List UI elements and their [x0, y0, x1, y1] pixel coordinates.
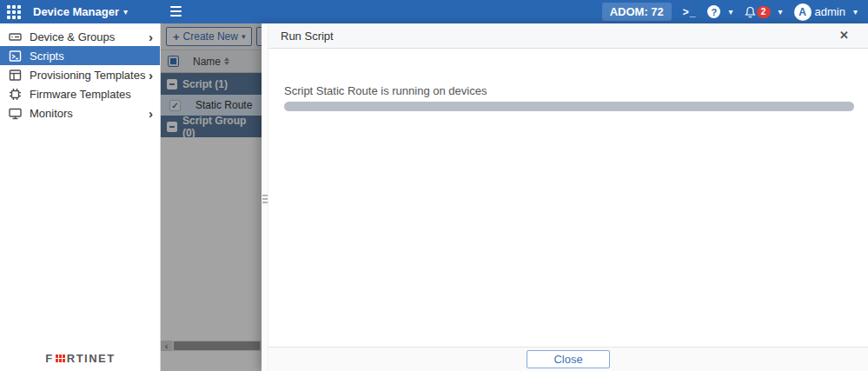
script-group-row[interactable]: Script (1) — [161, 73, 262, 95]
logo-suffix: RTINET — [67, 352, 116, 365]
chevron-right-icon: › — [149, 30, 153, 43]
collapse-icon[interactable] — [167, 122, 177, 132]
chip-icon — [9, 88, 22, 101]
row-checkbox-checked[interactable]: ✓ — [169, 100, 181, 111]
sidebar-item-label: Firmware Templates — [30, 88, 153, 101]
scroll-left-arrow-icon[interactable]: ‹ — [161, 341, 172, 351]
horizontal-scrollbar[interactable]: ‹ — [161, 341, 262, 351]
app-title-caret-icon[interactable]: ▾ — [123, 7, 128, 17]
progress-bar — [284, 102, 854, 111]
panel-resize-gutter[interactable] — [262, 23, 268, 371]
sidebar-item-label: Device & Groups — [30, 30, 149, 43]
table-row-static-route[interactable]: ✓ Static Route — [161, 95, 262, 116]
drag-grip-icon[interactable] — [262, 195, 268, 203]
cli-console-icon[interactable]: >_ — [683, 6, 697, 18]
bell-caret-icon: ▾ — [779, 7, 783, 17]
help-menu[interactable]: ? ▾ — [707, 5, 732, 18]
fortimanager-app: Device Manager ▾ ADOM: 72 >_ ? ▾ 2 ▾ A a… — [0, 0, 868, 371]
user-name: admin — [815, 5, 845, 18]
run-status-message: Script Static Route is running on device… — [284, 84, 487, 97]
app-grid-icon[interactable] — [7, 5, 22, 19]
chevron-right-icon: › — [149, 69, 153, 82]
sidebar-item-scripts[interactable]: Scripts — [0, 46, 160, 65]
user-menu[interactable]: A admin ▾ — [794, 3, 858, 21]
create-new-button[interactable]: + Create New ▾ — [166, 27, 252, 46]
table-header-row: Name — [161, 50, 262, 73]
help-caret-icon: ▾ — [728, 7, 732, 17]
name-column-label: Name — [193, 56, 221, 68]
topbar-right-cluster: ADOM: 72 >_ ? ▾ 2 ▾ A admin ▾ — [602, 3, 868, 21]
scripts-table-pane: + Create New ▾ Name Script (1) ✓ Static … — [161, 23, 262, 371]
notification-badge: 2 — [757, 6, 771, 18]
name-column-header[interactable]: Name — [193, 56, 229, 68]
fortinet-logo: F RTINET — [0, 352, 161, 365]
top-bar: Device Manager ▾ ADOM: 72 >_ ? ▾ 2 ▾ A a… — [0, 0, 868, 23]
notifications-menu[interactable]: 2 ▾ — [745, 6, 783, 18]
sidebar-item-label: Provisioning Templates — [30, 69, 149, 82]
sidebar-item-label: Monitors — [30, 107, 149, 120]
panel-title: Run Script — [268, 30, 334, 43]
sidebar-toggle-icon[interactable] — [170, 6, 182, 17]
scrollbar-thumb[interactable] — [174, 341, 260, 350]
user-caret-icon: ▾ — [853, 7, 858, 17]
monitor-icon — [9, 107, 22, 120]
plus-icon: + — [173, 30, 180, 43]
template-icon — [9, 69, 22, 82]
chevron-right-icon: › — [149, 107, 153, 120]
table-toolbar: + Create New ▾ — [161, 23, 262, 50]
close-button[interactable]: Close — [527, 350, 609, 368]
device-icon — [9, 30, 22, 43]
sidebar-item-provisioning-templates[interactable]: Provisioning Templates › — [0, 65, 160, 84]
collapse-icon[interactable] — [167, 79, 177, 89]
sidebar-item-firmware-templates[interactable]: Firmware Templates — [0, 84, 160, 103]
sidebar-item-label: Scripts — [30, 50, 153, 63]
adom-selector[interactable]: ADOM: 72 — [602, 3, 672, 21]
sidebar: Device & Groups › Scripts Provisioning T… — [0, 23, 161, 371]
sort-icon — [224, 57, 229, 65]
select-all-checkbox[interactable] — [168, 56, 179, 67]
app-title[interactable]: Device Manager — [33, 5, 119, 18]
panel-footer: Close — [268, 347, 868, 371]
scripts-icon — [9, 50, 22, 63]
bell-icon[interactable] — [745, 6, 756, 18]
logo-prefix: F — [45, 352, 53, 365]
close-icon[interactable]: ✕ — [839, 30, 849, 41]
fortinet-logo-mark-icon — [56, 354, 65, 362]
group-label: Script (1) — [182, 78, 228, 90]
help-icon[interactable]: ? — [707, 5, 720, 18]
sidebar-item-device-groups[interactable]: Device & Groups › — [0, 27, 160, 46]
avatar[interactable]: A — [794, 3, 812, 21]
table-empty-area — [161, 137, 262, 317]
create-new-label: Create New — [183, 30, 238, 43]
panel-header: Run Script — [268, 23, 868, 49]
script-name: Static Route — [195, 99, 252, 111]
group-label: Script Group (0) — [182, 115, 262, 139]
sidebar-item-monitors[interactable]: Monitors › — [0, 103, 160, 123]
run-script-panel: Run Script ✕ Script Static Route is runn… — [262, 23, 868, 371]
script-group-group-row[interactable]: Script Group (0) — [161, 116, 262, 137]
create-new-caret-icon: ▾ — [242, 32, 246, 41]
